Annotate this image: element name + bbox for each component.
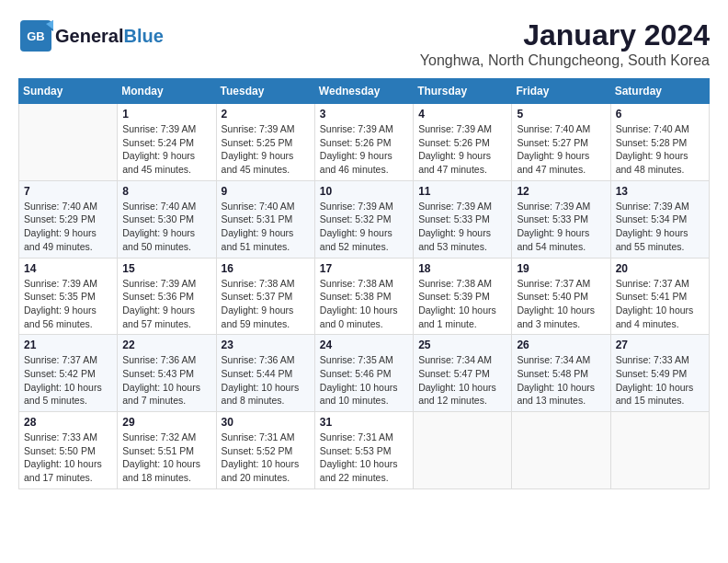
day-info: Sunrise: 7:40 AMSunset: 5:31 PMDaylight:… bbox=[222, 200, 310, 254]
day-number: 4 bbox=[418, 108, 506, 121]
calendar-cell: 20Sunrise: 7:37 AMSunset: 5:41 PMDayligh… bbox=[610, 258, 709, 335]
day-number: 10 bbox=[320, 185, 408, 198]
day-number: 17 bbox=[320, 262, 408, 275]
calendar-cell: 19Sunrise: 7:37 AMSunset: 5:40 PMDayligh… bbox=[512, 258, 610, 335]
day-number: 13 bbox=[616, 185, 704, 198]
day-info: Sunrise: 7:35 AMSunset: 5:46 PMDaylight:… bbox=[320, 353, 408, 408]
calendar-cell: 9Sunrise: 7:40 AMSunset: 5:31 PMDaylight… bbox=[216, 180, 314, 258]
day-info: Sunrise: 7:37 AMSunset: 5:40 PMDaylight:… bbox=[517, 277, 605, 331]
day-number: 1 bbox=[122, 108, 210, 121]
calendar-cell: 5Sunrise: 7:40 AMSunset: 5:27 PMDaylight… bbox=[512, 104, 610, 181]
logo-blue: Blue bbox=[123, 26, 163, 46]
day-number: 22 bbox=[122, 339, 210, 351]
day-number: 11 bbox=[418, 185, 506, 198]
day-number: 7 bbox=[24, 185, 112, 198]
day-info: Sunrise: 7:39 AMSunset: 5:25 PMDaylight:… bbox=[222, 122, 310, 177]
day-number: 29 bbox=[122, 416, 210, 429]
calendar-cell: 16Sunrise: 7:38 AMSunset: 5:37 PMDayligh… bbox=[216, 258, 314, 335]
day-header-friday: Friday bbox=[512, 79, 610, 104]
day-info: Sunrise: 7:40 AMSunset: 5:27 PMDaylight:… bbox=[517, 122, 605, 177]
page-header: GB GeneralBlue January 2024 Yonghwa, Nor… bbox=[18, 18, 710, 69]
day-number: 12 bbox=[517, 185, 605, 198]
day-number: 31 bbox=[320, 416, 408, 429]
calendar-cell: 11Sunrise: 7:39 AMSunset: 5:33 PMDayligh… bbox=[414, 180, 512, 258]
calendar-cell: 12Sunrise: 7:39 AMSunset: 5:33 PMDayligh… bbox=[512, 180, 610, 258]
day-info: Sunrise: 7:31 AMSunset: 5:53 PMDaylight:… bbox=[320, 431, 408, 485]
logo: GB GeneralBlue bbox=[18, 18, 164, 53]
day-header-tuesday: Tuesday bbox=[216, 79, 314, 104]
calendar-cell: 27Sunrise: 7:33 AMSunset: 5:49 PMDayligh… bbox=[610, 335, 709, 412]
day-header-wednesday: Wednesday bbox=[314, 79, 413, 104]
day-number: 27 bbox=[616, 339, 704, 351]
week-row-4: 21Sunrise: 7:37 AMSunset: 5:42 PMDayligh… bbox=[19, 335, 710, 412]
logo-general: General bbox=[55, 26, 123, 46]
day-number: 6 bbox=[616, 108, 704, 121]
day-info: Sunrise: 7:39 AMSunset: 5:36 PMDaylight:… bbox=[122, 277, 210, 331]
day-info: Sunrise: 7:36 AMSunset: 5:43 PMDaylight:… bbox=[122, 353, 210, 408]
day-number: 30 bbox=[222, 416, 310, 429]
day-info: Sunrise: 7:34 AMSunset: 5:47 PMDaylight:… bbox=[418, 353, 506, 408]
day-number: 26 bbox=[517, 339, 605, 351]
logo-icon: GB bbox=[18, 18, 53, 53]
calendar-cell: 17Sunrise: 7:38 AMSunset: 5:38 PMDayligh… bbox=[314, 258, 413, 335]
day-number: 5 bbox=[517, 108, 605, 121]
day-header-sunday: Sunday bbox=[19, 79, 118, 104]
calendar-cell bbox=[610, 412, 709, 489]
day-info: Sunrise: 7:38 AMSunset: 5:37 PMDaylight:… bbox=[222, 277, 310, 331]
week-row-1: 1Sunrise: 7:39 AMSunset: 5:24 PMDaylight… bbox=[19, 104, 710, 181]
day-info: Sunrise: 7:39 AMSunset: 5:26 PMDaylight:… bbox=[418, 122, 506, 177]
day-info: Sunrise: 7:40 AMSunset: 5:30 PMDaylight:… bbox=[122, 200, 210, 254]
svg-text:GB: GB bbox=[27, 29, 45, 43]
calendar-cell: 8Sunrise: 7:40 AMSunset: 5:30 PMDaylight… bbox=[118, 180, 216, 258]
title-section: January 2024 Yonghwa, North Chungcheong,… bbox=[420, 18, 710, 69]
calendar-cell: 29Sunrise: 7:32 AMSunset: 5:51 PMDayligh… bbox=[118, 412, 216, 489]
calendar-cell: 25Sunrise: 7:34 AMSunset: 5:47 PMDayligh… bbox=[414, 335, 512, 412]
calendar-cell bbox=[19, 104, 118, 181]
day-number: 21 bbox=[24, 339, 112, 351]
calendar-cell: 4Sunrise: 7:39 AMSunset: 5:26 PMDaylight… bbox=[414, 104, 512, 181]
day-info: Sunrise: 7:39 AMSunset: 5:32 PMDaylight:… bbox=[320, 200, 408, 254]
calendar-cell: 23Sunrise: 7:36 AMSunset: 5:44 PMDayligh… bbox=[216, 335, 314, 412]
calendar-cell: 1Sunrise: 7:39 AMSunset: 5:24 PMDaylight… bbox=[118, 104, 216, 181]
location-title: Yonghwa, North Chungcheong, South Korea bbox=[420, 52, 710, 69]
day-info: Sunrise: 7:31 AMSunset: 5:52 PMDaylight:… bbox=[222, 431, 310, 485]
calendar-cell: 28Sunrise: 7:33 AMSunset: 5:50 PMDayligh… bbox=[19, 412, 118, 489]
day-info: Sunrise: 7:40 AMSunset: 5:29 PMDaylight:… bbox=[24, 200, 112, 254]
day-info: Sunrise: 7:37 AMSunset: 5:41 PMDaylight:… bbox=[616, 277, 704, 331]
calendar-cell: 14Sunrise: 7:39 AMSunset: 5:35 PMDayligh… bbox=[19, 258, 118, 335]
day-info: Sunrise: 7:39 AMSunset: 5:34 PMDaylight:… bbox=[616, 200, 704, 254]
calendar-cell: 18Sunrise: 7:38 AMSunset: 5:39 PMDayligh… bbox=[414, 258, 512, 335]
day-info: Sunrise: 7:34 AMSunset: 5:48 PMDaylight:… bbox=[517, 353, 605, 408]
day-number: 3 bbox=[320, 108, 408, 121]
day-number: 20 bbox=[616, 262, 704, 275]
day-header-monday: Monday bbox=[118, 79, 216, 104]
calendar-cell: 15Sunrise: 7:39 AMSunset: 5:36 PMDayligh… bbox=[118, 258, 216, 335]
day-info: Sunrise: 7:39 AMSunset: 5:24 PMDaylight:… bbox=[122, 122, 210, 177]
day-number: 8 bbox=[122, 185, 210, 198]
day-info: Sunrise: 7:33 AMSunset: 5:50 PMDaylight:… bbox=[24, 431, 112, 485]
week-row-5: 28Sunrise: 7:33 AMSunset: 5:50 PMDayligh… bbox=[19, 412, 710, 489]
calendar-cell: 30Sunrise: 7:31 AMSunset: 5:52 PMDayligh… bbox=[216, 412, 314, 489]
day-number: 25 bbox=[418, 339, 506, 351]
day-info: Sunrise: 7:38 AMSunset: 5:39 PMDaylight:… bbox=[418, 277, 506, 331]
day-info: Sunrise: 7:32 AMSunset: 5:51 PMDaylight:… bbox=[122, 431, 210, 485]
calendar-cell: 21Sunrise: 7:37 AMSunset: 5:42 PMDayligh… bbox=[19, 335, 118, 412]
calendar-table: SundayMondayTuesdayWednesdayThursdayFrid… bbox=[18, 78, 710, 489]
week-row-3: 14Sunrise: 7:39 AMSunset: 5:35 PMDayligh… bbox=[19, 258, 710, 335]
day-info: Sunrise: 7:40 AMSunset: 5:28 PMDaylight:… bbox=[616, 122, 704, 177]
day-number: 23 bbox=[222, 339, 310, 351]
day-info: Sunrise: 7:37 AMSunset: 5:42 PMDaylight:… bbox=[24, 353, 112, 408]
day-info: Sunrise: 7:36 AMSunset: 5:44 PMDaylight:… bbox=[222, 353, 310, 408]
day-info: Sunrise: 7:33 AMSunset: 5:49 PMDaylight:… bbox=[616, 353, 704, 408]
day-info: Sunrise: 7:39 AMSunset: 5:35 PMDaylight:… bbox=[24, 277, 112, 331]
day-number: 18 bbox=[418, 262, 506, 275]
calendar-cell: 13Sunrise: 7:39 AMSunset: 5:34 PMDayligh… bbox=[610, 180, 709, 258]
day-number: 15 bbox=[122, 262, 210, 275]
calendar-cell: 24Sunrise: 7:35 AMSunset: 5:46 PMDayligh… bbox=[314, 335, 413, 412]
day-number: 16 bbox=[222, 262, 310, 275]
day-number: 24 bbox=[320, 339, 408, 351]
calendar-cell bbox=[512, 412, 610, 489]
calendar-cell: 3Sunrise: 7:39 AMSunset: 5:26 PMDaylight… bbox=[314, 104, 413, 181]
day-header-thursday: Thursday bbox=[414, 79, 512, 104]
week-row-2: 7Sunrise: 7:40 AMSunset: 5:29 PMDaylight… bbox=[19, 180, 710, 258]
